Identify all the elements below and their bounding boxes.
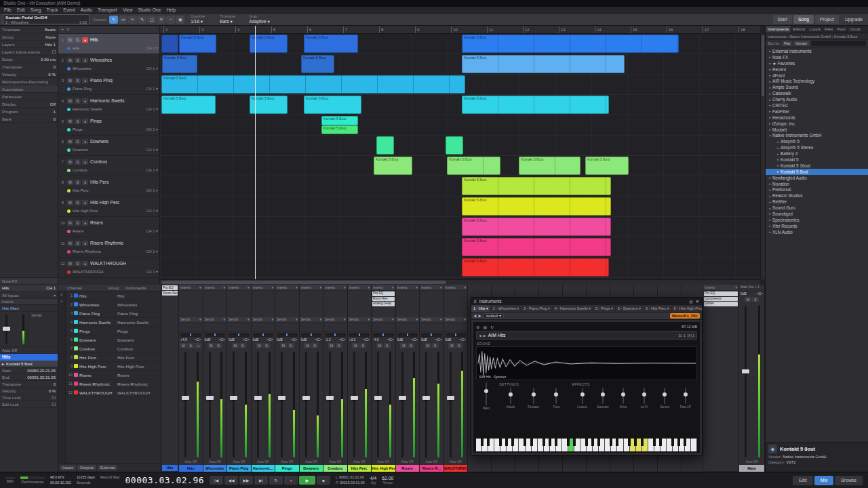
slider-tune[interactable]: Tune <box>551 388 561 409</box>
piano-key-black[interactable] <box>487 439 490 446</box>
fader-handle[interactable] <box>3 327 10 331</box>
plugin-tab-8-hits-perc[interactable]: 8 - Hits Perc ▾ <box>644 305 672 312</box>
pan-control[interactable] <box>180 333 201 337</box>
clip-hits[interactable]: Kontakt 5 8out <box>462 35 679 53</box>
track-solo-button[interactable]: S <box>75 139 81 144</box>
sends-header[interactable]: Sends▾ <box>444 317 468 323</box>
track-record-button[interactable]: ● <box>82 139 88 144</box>
vertical-scrollbar-thumb[interactable] <box>762 35 764 96</box>
mute-button[interactable]: M <box>376 343 383 348</box>
piano-key-black[interactable] <box>573 439 576 446</box>
track-mute-button[interactable]: M <box>67 159 73 165</box>
event-field-time-lock[interactable]: Time Lock☐ <box>0 394 58 401</box>
track-solo-button[interactable]: S <box>75 180 81 185</box>
page-button-song[interactable]: Song <box>793 15 814 24</box>
go-to-end-button[interactable]: ▶| <box>254 476 268 485</box>
split-tool-icon[interactable]: ✂ <box>128 16 137 24</box>
browser-item-rewire[interactable]: ▸ReWire <box>766 199 868 205</box>
slider-post-lp[interactable]: Post LP <box>680 388 691 409</box>
sends-header[interactable]: Sends▾ <box>372 317 395 323</box>
automation-mode[interactable]: Auto Off <box>179 460 203 465</box>
mode-button-edit[interactable]: Edit <box>793 476 813 485</box>
pan-control[interactable] <box>421 333 442 337</box>
time-signature[interactable]: 4/4 Sig <box>370 476 376 485</box>
browser-item-novation[interactable]: ▸Novation <box>766 181 868 187</box>
mode-button-mix[interactable]: Mix <box>814 476 834 485</box>
clip-combos[interactable]: Kontakt 5 8out <box>585 157 629 175</box>
solo-button[interactable]: S <box>432 343 439 348</box>
menu-item-view[interactable]: View <box>123 7 133 12</box>
mute-button[interactable]: M <box>448 343 455 348</box>
expand-arrow-icon[interactable]: ▸ <box>768 182 772 186</box>
mute-button[interactable]: M <box>180 343 186 348</box>
inserts-section-label[interactable]: Inserts <box>0 299 58 305</box>
record-button[interactable]: ● <box>284 476 298 485</box>
channel-name-label[interactable]: Hits <box>179 465 203 472</box>
sends-header[interactable]: Sends▾ <box>203 317 227 323</box>
expand-arrow-icon[interactable]: ▸ <box>776 152 781 156</box>
sends-section-label[interactable]: Sends <box>28 312 58 346</box>
automation-mode[interactable]: Auto Off <box>252 460 275 465</box>
event-field-transpose[interactable]: Transpose0 <box>0 381 58 388</box>
track-record-button[interactable]: ● <box>82 98 88 104</box>
track-row-combos[interactable]: 7MS●CombosCombosCH 1 ▾ <box>58 156 159 176</box>
clip-hits[interactable]: Kontakt 5 8out <box>304 35 358 53</box>
expand-arrow-icon[interactable]: ▸ <box>768 92 772 96</box>
mixer-channel-piano-ping[interactable]: Inserts▾Sends▾0dB<C>MSAuto OffPiano Ping <box>227 285 252 472</box>
next-preset-icon[interactable]: ▶ <box>478 314 481 318</box>
solo-button[interactable]: S <box>288 343 294 348</box>
inserts-header[interactable]: Inserts▾ <box>275 285 299 291</box>
browser-item-external-instruments[interactable]: ▸External Instruments <box>766 48 868 54</box>
browser-item-battery-4[interactable]: ▸Battery 4 <box>766 150 868 157</box>
fader-handle[interactable] <box>447 396 454 400</box>
timebase-setting[interactable]: Timebase Bars ▾ <box>220 15 243 24</box>
clip-hits[interactable]: Kontakt 5 8out <box>179 35 216 53</box>
browser-item-xln-audio[interactable]: ▸XLN Audio <box>766 229 868 235</box>
inspector-row-velocity[interactable]: Velocity0 % <box>0 70 58 78</box>
track-row-harmonic-swells[interactable]: 4MS●Harmonic SwellsHarmonic SwellsCH 1 ▾ <box>58 95 159 115</box>
playhead[interactable] <box>255 26 256 279</box>
mute-button[interactable]: M <box>745 297 751 302</box>
files-icon[interactable]: ▤ <box>483 325 487 329</box>
slider-handle[interactable] <box>621 392 625 396</box>
track-row-risers-rhythmic[interactable]: 11MS●Risers RhythmicRisers RhythmicCH 1 … <box>58 237 159 258</box>
solo-button[interactable]: S <box>215 343 222 348</box>
expand-arrow-icon[interactable]: ▸ <box>768 85 772 89</box>
event-field-end[interactable]: End00091.20.21.05 <box>0 374 58 381</box>
piano-key-black[interactable] <box>505 439 508 446</box>
clip-hits-perc[interactable]: Kontakt 5 8out <box>462 177 611 195</box>
expand-arrow-icon[interactable]: ▸ <box>768 188 772 192</box>
clip-hits-high-perc[interactable]: Kontakt 5 8out <box>462 197 611 216</box>
sends-header[interactable]: Sends▾ <box>252 317 275 323</box>
slider-lowcut[interactable]: Lowcut <box>577 388 588 409</box>
piano-key-black[interactable] <box>567 439 570 446</box>
console-row-whooshes[interactable]: 2WhooshesWhooshes <box>66 300 161 309</box>
piano-key-black[interactable] <box>597 439 600 446</box>
track-record-button[interactable]: ● <box>82 220 88 226</box>
track-solo-button[interactable]: S <box>75 78 81 83</box>
track-channel-select[interactable]: CH 1 ▾ <box>146 46 158 50</box>
narrow-channel-strip[interactable]: Pro EQRoom Rev Hits <box>161 285 179 472</box>
expand-arrow-icon[interactable]: ▸ <box>768 109 772 113</box>
track-record-button[interactable]: ● <box>82 180 88 185</box>
browser-breadcrumb[interactable]: Instruments › Native Instruments GmbH › … <box>766 33 868 40</box>
pan-control[interactable] <box>397 333 418 337</box>
track-mute-button[interactable]: M <box>67 180 73 185</box>
insert-chip-pro-eq[interactable]: Pro EQ <box>372 291 395 296</box>
track-channel-select[interactable]: CH 1 ▾ <box>146 127 158 131</box>
track-record-button[interactable]: ● <box>82 58 88 63</box>
insert-chip-room-rev[interactable]: Room Rev <box>372 297 395 302</box>
mute-button[interactable]: M <box>425 343 431 348</box>
browser-item-ample-sound[interactable]: ▸Ample Sound <box>766 84 868 90</box>
track-row-walkthrough[interactable]: 12MS●WALKTHROUGHWALKTHROUGHCH 1 ▾ <box>58 258 159 278</box>
menu-item-edit[interactable]: Edit <box>17 7 25 12</box>
rewind-button[interactable]: ◀◀ <box>224 476 238 485</box>
fader-handle[interactable] <box>374 396 382 400</box>
track-solo-button[interactable]: S <box>75 98 81 104</box>
clip-harmonic-swells[interactable]: Kontakt 5 8out <box>304 96 361 114</box>
insert-chip-room-rev[interactable]: Room Rev <box>162 291 178 296</box>
browser-item-native-instruments-gmbh[interactable]: ▾Native Instruments GmbH <box>766 132 868 138</box>
expand-arrow-icon[interactable]: ▸ <box>768 115 772 119</box>
fader-handle[interactable] <box>422 396 430 400</box>
menu-item-file[interactable]: File <box>4 7 12 12</box>
